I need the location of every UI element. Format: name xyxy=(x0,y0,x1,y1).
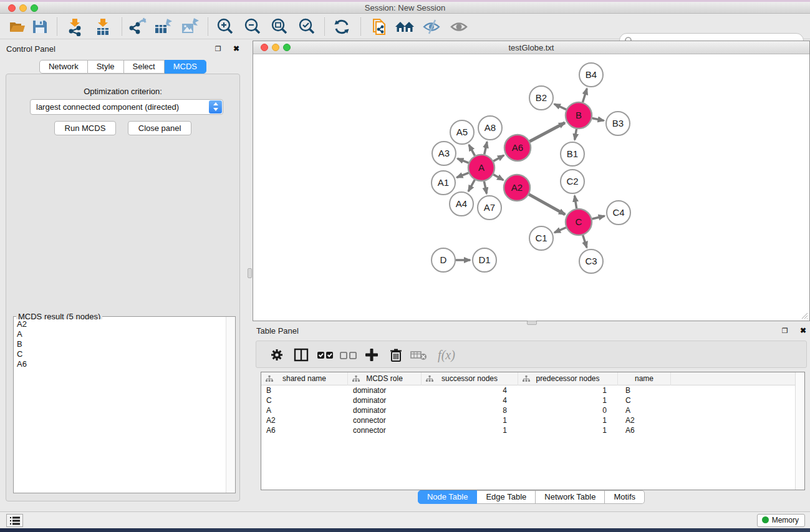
mcds-result-item[interactable]: A6 xyxy=(14,359,226,369)
table-cell[interactable]: B xyxy=(261,385,348,395)
table-row[interactable]: A2connector11A2 xyxy=(261,415,795,425)
tab-edge-table[interactable]: Edge Table xyxy=(477,490,536,504)
save-session-icon[interactable] xyxy=(30,17,50,37)
table-settings-icon[interactable] xyxy=(268,346,286,364)
run-mcds-button[interactable]: Run MCDS xyxy=(54,121,117,135)
column-header-name[interactable]: name xyxy=(618,372,671,385)
table-row[interactable]: Cdominator41C xyxy=(261,395,795,405)
float-window-icon[interactable]: ❐ xyxy=(782,327,793,334)
table-cell[interactable]: B xyxy=(618,385,671,395)
show-panel-icon[interactable] xyxy=(449,17,469,37)
table-cell[interactable]: 1 xyxy=(518,425,618,435)
import-table-icon[interactable] xyxy=(93,17,113,37)
splitter-handle-vertical[interactable] xyxy=(248,268,252,278)
graph-node-B2[interactable]: B2 xyxy=(529,86,553,110)
select-all-columns-icon[interactable] xyxy=(316,346,335,364)
graph-edge-A-A5[interactable] xyxy=(469,145,475,155)
table-scrollbar[interactable] xyxy=(795,372,804,490)
node-table[interactable]: shared nameMCDS rolesuccessor nodesprede… xyxy=(261,372,805,490)
table-row[interactable]: Adominator80A xyxy=(261,405,795,415)
table-cell[interactable]: 1 xyxy=(518,385,618,395)
table-cell[interactable]: A6 xyxy=(618,425,671,435)
column-header-MCDS-role[interactable]: MCDS role xyxy=(348,372,422,385)
graph-edge-A-A2[interactable] xyxy=(493,175,503,180)
graph-node-A2[interactable]: A2 xyxy=(504,175,530,201)
zoom-selected-icon[interactable] xyxy=(297,17,317,37)
column-header-predecessor-nodes[interactable]: predecessor nodes xyxy=(518,372,618,385)
table-cell[interactable]: connector xyxy=(348,425,422,435)
table-cell[interactable]: A xyxy=(618,405,671,415)
graph-node-A4[interactable]: A4 xyxy=(450,192,473,216)
mcds-result-list[interactable]: A2ABCA6 xyxy=(14,319,226,492)
graph-node-C3[interactable]: C3 xyxy=(579,249,603,273)
network-canvas[interactable]: AA1A2A3A4A5A6A7A8BB1B2B3B4CC1C2C3C4DD1 xyxy=(253,54,809,321)
graph-edge-A2-C[interactable] xyxy=(529,195,565,215)
function-builder-icon[interactable]: f(x) xyxy=(433,346,460,364)
table-cell[interactable]: connector xyxy=(348,415,422,425)
graph-node-C4[interactable]: C4 xyxy=(607,201,630,225)
graph-edge-A-A7[interactable] xyxy=(484,181,486,194)
zoom-out-icon[interactable] xyxy=(243,17,263,37)
table-header-row[interactable]: shared nameMCDS rolesuccessor nodesprede… xyxy=(261,372,795,385)
graph-edge-A-A8[interactable] xyxy=(485,142,487,154)
graph-edge-A-A1[interactable] xyxy=(456,173,468,178)
mcds-result-item[interactable]: B xyxy=(14,339,226,349)
export-network-icon[interactable] xyxy=(127,17,147,37)
table-cell[interactable]: C xyxy=(261,395,348,405)
table-row[interactable]: Bdominator41B xyxy=(261,385,795,395)
criterion-select[interactable]: largest connected component (directed) xyxy=(30,99,223,115)
delete-table-icon[interactable] xyxy=(410,346,428,364)
table-cell[interactable]: 1 xyxy=(518,415,618,425)
column-header-successor-nodes[interactable]: successor nodes xyxy=(422,372,518,385)
open-file-icon[interactable] xyxy=(7,17,27,37)
graph-node-D[interactable]: D xyxy=(432,248,455,272)
task-history-button[interactable] xyxy=(6,514,23,527)
graph-edge-C-C2[interactable] xyxy=(574,196,576,209)
table-cell[interactable]: 4 xyxy=(422,395,518,405)
tab-motifs[interactable]: Motifs xyxy=(605,490,645,504)
table-cell[interactable]: dominator xyxy=(348,385,422,395)
refresh-icon[interactable] xyxy=(332,17,352,37)
graph-edge-A-A6[interactable] xyxy=(493,155,504,161)
graph-edge-C-C4[interactable] xyxy=(592,216,604,219)
graph-edge-C-C3[interactable] xyxy=(583,235,587,248)
table-cell[interactable]: dominator xyxy=(348,395,422,405)
graph-node-D1[interactable]: D1 xyxy=(473,248,496,272)
delete-column-icon[interactable] xyxy=(387,346,405,364)
graph-edge-A-A3[interactable] xyxy=(457,158,468,163)
table-cell[interactable]: 0 xyxy=(518,405,618,415)
network-window-titlebar[interactable]: testGlobe.txt xyxy=(253,41,809,54)
graph-node-A6[interactable]: A6 xyxy=(504,135,531,161)
close-panel-button[interactable]: Close panel xyxy=(128,121,192,135)
add-column-icon[interactable] xyxy=(362,346,381,364)
zoom-fit-icon[interactable] xyxy=(269,17,289,37)
table-cell[interactable]: dominator xyxy=(348,405,422,415)
show-columns-icon[interactable] xyxy=(292,346,311,364)
export-table-icon[interactable] xyxy=(153,17,173,37)
memory-button[interactable]: Memory xyxy=(757,514,805,527)
result-scrollbar[interactable] xyxy=(226,317,235,493)
graph-edge-A-A4[interactable] xyxy=(468,180,475,191)
graph-edge-C-C1[interactable] xyxy=(554,228,566,233)
tab-mcds[interactable]: MCDS xyxy=(165,60,206,74)
tab-style[interactable]: Style xyxy=(88,60,124,74)
graph-edge-A6-B[interactable] xyxy=(529,123,564,142)
table-row[interactable]: A6connector11A6 xyxy=(261,425,795,435)
tab-network[interactable]: Network xyxy=(39,60,88,74)
mcds-result-item[interactable]: A2 xyxy=(14,319,226,329)
graph-node-B4[interactable]: B4 xyxy=(579,63,603,87)
graph-node-A7[interactable]: A7 xyxy=(478,196,501,220)
table-cell[interactable]: A xyxy=(261,405,348,415)
table-cell[interactable]: 8 xyxy=(422,405,518,415)
graph-node-A8[interactable]: A8 xyxy=(478,116,502,140)
table-cell[interactable]: 4 xyxy=(422,385,518,395)
graph-node-B1[interactable]: B1 xyxy=(561,142,584,166)
table-cell[interactable]: A2 xyxy=(261,415,348,425)
table-cell[interactable]: C xyxy=(618,395,671,405)
graph-node-A1[interactable]: A1 xyxy=(432,171,455,195)
export-image-icon[interactable] xyxy=(180,17,200,37)
mcds-result-item[interactable]: A xyxy=(14,329,226,339)
table-cell[interactable]: 1 xyxy=(422,415,518,425)
tab-select[interactable]: Select xyxy=(124,60,165,74)
graph-node-A5[interactable]: A5 xyxy=(450,120,474,144)
